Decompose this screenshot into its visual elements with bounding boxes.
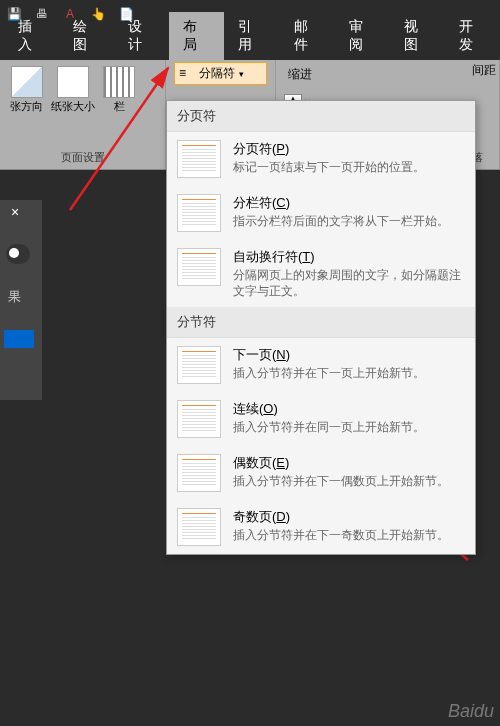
even-page-title: 偶数页(E) (233, 454, 465, 472)
tab-design[interactable]: 设计 (114, 12, 169, 60)
selection-block[interactable] (4, 330, 34, 348)
tab-review[interactable]: 审阅 (335, 12, 390, 60)
orientation-icon (11, 66, 43, 98)
section-page-breaks: 分页符 (167, 101, 475, 132)
page-setup-group: 张方向 纸张大小 栏 页面设置 (0, 60, 166, 169)
size-button[interactable]: 纸张大小 (49, 64, 97, 115)
menu-next-page[interactable]: 下一页(N) 插入分节符并在下一页上开始新节。 (167, 338, 475, 392)
continuous-title: 连续(O) (233, 400, 465, 418)
breaks-icon: ≡ (179, 66, 195, 82)
size-icon (57, 66, 89, 98)
size-label: 纸张大小 (51, 100, 95, 113)
breaks-label: 分隔符 (199, 65, 235, 82)
menu-odd-page[interactable]: 奇数页(D) 插入分节符并在下一奇数页上开始新节。 (167, 500, 475, 554)
odd-page-icon (177, 508, 221, 546)
menu-even-page[interactable]: 偶数页(E) 插入分节符并在下一偶数页上开始新节。 (167, 446, 475, 500)
indent-label: 缩进 (284, 64, 491, 85)
columns-label: 栏 (114, 100, 125, 113)
odd-page-desc: 插入分节符并在下一奇数页上开始新节。 (233, 528, 465, 544)
continuous-icon (177, 400, 221, 438)
toggle-icon[interactable] (6, 244, 30, 264)
text-wrap-icon (177, 248, 221, 286)
next-page-title: 下一页(N) (233, 346, 465, 364)
result-label: 果 (0, 284, 42, 310)
menu-continuous[interactable]: 连续(O) 插入分节符并在同一页上开始新节。 (167, 392, 475, 446)
tab-mailings[interactable]: 邮件 (280, 12, 335, 60)
navigation-panel: × 果 (0, 200, 42, 400)
tab-view[interactable]: 视图 (390, 12, 445, 60)
odd-page-title: 奇数页(D) (233, 508, 465, 526)
page-break-desc: 标记一页结束与下一页开始的位置。 (233, 160, 465, 176)
ribbon-tabs: 插入 绘图 设计 布局 引用 邮件 审阅 视图 开发 (0, 28, 500, 60)
columns-button[interactable]: 栏 (101, 64, 137, 115)
next-page-icon (177, 346, 221, 384)
page-setup-label: 页面设置 (8, 148, 157, 167)
text-wrap-desc: 分隔网页上的对象周围的文字，如分隔题注文字与正文。 (233, 268, 465, 299)
orientation-button[interactable]: 张方向 (8, 64, 45, 115)
even-page-icon (177, 454, 221, 492)
page-break-icon (177, 140, 221, 178)
section-section-breaks: 分节符 (167, 307, 475, 338)
tab-layout[interactable]: 布局 (169, 12, 224, 60)
breaks-button[interactable]: ≡ 分隔符 ▾ (174, 62, 267, 85)
next-page-desc: 插入分节符并在下一页上开始新节。 (233, 366, 465, 382)
column-break-desc: 指示分栏符后面的文字将从下一栏开始。 (233, 214, 465, 230)
continuous-desc: 插入分节符并在同一页上开始新节。 (233, 420, 465, 436)
chevron-down-icon: ▾ (239, 69, 244, 79)
menu-column-break[interactable]: 分栏符(C) 指示分栏符后面的文字将从下一栏开始。 (167, 186, 475, 240)
spacing-label: 间距 (472, 62, 496, 79)
tab-dev[interactable]: 开发 (445, 12, 500, 60)
column-break-icon (177, 194, 221, 232)
text-wrap-title: 自动换行符(T) (233, 248, 465, 266)
breaks-dropdown: 分页符 分页符(P) 标记一页结束与下一页开始的位置。 分栏符(C) 指示分栏符… (166, 100, 476, 555)
columns-icon (103, 66, 135, 98)
menu-page-break[interactable]: 分页符(P) 标记一页结束与下一页开始的位置。 (167, 132, 475, 186)
even-page-desc: 插入分节符并在下一偶数页上开始新节。 (233, 474, 465, 490)
column-break-title: 分栏符(C) (233, 194, 465, 212)
tab-references[interactable]: 引用 (224, 12, 279, 60)
page-break-title: 分页符(P) (233, 140, 465, 158)
orientation-label: 张方向 (10, 100, 43, 113)
watermark: Baidu (448, 701, 494, 722)
menu-text-wrap[interactable]: 自动换行符(T) 分隔网页上的对象周围的文字，如分隔题注文字与正文。 (167, 240, 475, 307)
tab-insert[interactable]: 插入 (4, 12, 59, 60)
tab-draw[interactable]: 绘图 (59, 12, 114, 60)
close-icon[interactable]: × (0, 200, 30, 224)
